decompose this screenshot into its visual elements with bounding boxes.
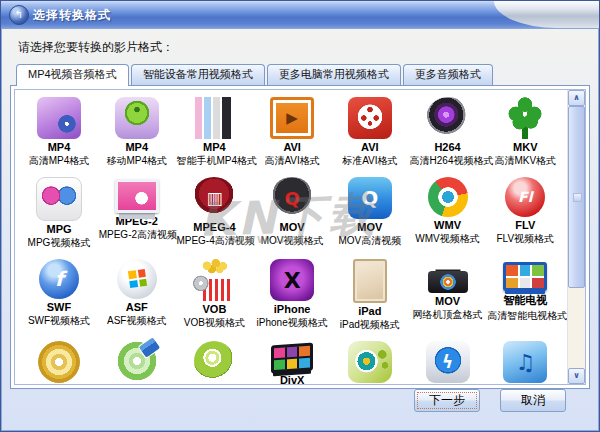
format-description: 高清智能电视格式 (487, 309, 563, 323)
tab-3[interactable]: 更多电脑常用视频格式 (267, 64, 401, 85)
format-description: VOB视频格式 (176, 316, 252, 330)
ipad-icon (353, 259, 387, 303)
format-item[interactable]: QMOVMOV高清视频 (332, 177, 408, 250)
format-name: MP4 (21, 141, 97, 153)
format-item[interactable]: ▥MPEG-4MPEG-4高清视频 (176, 177, 252, 250)
format-item[interactable]: XvidXvid视频格式 (332, 341, 408, 385)
format-item[interactable]: AVI标准AVI格式 (332, 97, 408, 168)
format-name: MPEG-2 (99, 215, 175, 227)
format-item[interactable]: FlFLVFLV视频格式 (487, 177, 563, 250)
std-avi-icon (348, 97, 392, 139)
scrollbar[interactable]: ∧ ∨ (567, 90, 585, 384)
scrollbar-grip (573, 193, 582, 202)
format-name: 智能电视 (487, 293, 563, 308)
settop-mov-icon (428, 271, 468, 293)
asf-icon (117, 259, 157, 299)
mobile-mp4-icon (115, 97, 159, 139)
tab-1[interactable]: MP4视频音频格式 (16, 64, 129, 86)
format-item[interactable]: ASFASF视频格式 (99, 259, 175, 332)
format-description: ASF视频格式 (99, 314, 175, 328)
format-name: MOV (254, 221, 330, 233)
app-icon: ↰ (9, 5, 29, 25)
instruction-text: 请选择您要转换的影片格式： (18, 39, 594, 56)
format-item[interactable]: ♫WAVWAV音频格式 (487, 341, 563, 385)
format-name: MPEG-4 (176, 221, 252, 233)
format-name: MKV (487, 141, 563, 153)
mpeg2-icon (115, 179, 159, 213)
format-description: iPhone视频格式 (254, 316, 330, 330)
dialog-buttons: 下一步 取消 (414, 389, 566, 412)
format-name: AVI (254, 141, 330, 153)
format-name: SVCD (99, 383, 175, 385)
hd-avi-icon: ▶ (270, 97, 314, 139)
format-description: FLV视频格式 (487, 232, 563, 246)
format-name: MOV (332, 221, 408, 233)
format-description: iPad视频格式 (332, 318, 408, 332)
mpeg4-icon: ▥ (192, 177, 236, 219)
tab-2[interactable]: 智能设备常用视频格式 (131, 64, 265, 85)
format-item[interactable]: QMOVMOV视频格式 (254, 177, 330, 250)
next-button[interactable]: 下一步 (414, 389, 480, 412)
format-item[interactable]: DVDDVD视频格式 (21, 341, 97, 385)
swf-icon: f (39, 259, 79, 299)
format-name: MPG (21, 223, 97, 235)
iphone-icon: X (270, 259, 314, 301)
format-name: VOB (176, 303, 252, 315)
scroll-up-icon[interactable]: ∧ (568, 90, 585, 106)
format-item[interactable]: WMVWMV视频格式 (410, 177, 486, 250)
format-description: MPEG-4高清视频 (176, 234, 252, 248)
format-grid: MP4高清MP4格式MP4移动MP4格式MP4智能手机MP4格式▶AVI高清AV… (15, 90, 567, 384)
svcd-icon (117, 341, 157, 381)
format-description: 标准AVI格式 (332, 154, 408, 168)
dvd-icon (38, 341, 80, 383)
format-item[interactable]: SVCDSVCD频格式 (99, 341, 175, 385)
format-item[interactable]: ϟMP3MP3音频格式 (410, 341, 486, 385)
format-name: VCD (176, 383, 252, 385)
format-item[interactable]: MOV网络机顶盒格式 (410, 259, 486, 332)
format-item[interactable]: MPEG-2MPEG-2高清视频 (99, 177, 175, 250)
mov-icon: Q (270, 177, 314, 219)
format-description: SWF视频格式 (21, 314, 97, 328)
wmv-icon (428, 177, 468, 217)
format-item[interactable]: H264高清H264视频格式 (410, 97, 486, 168)
format-description: 移动MP4格式 (99, 154, 175, 168)
format-item[interactable]: iPadiPad视频格式 (332, 259, 408, 332)
format-tabs: MP4视频音频格式智能设备常用视频格式更多电脑常用视频格式更多音频格式 (16, 64, 594, 85)
format-item[interactable]: fSWFSWF视频格式 (21, 259, 97, 332)
format-item[interactable]: 智能电视高清智能电视格式 (487, 259, 563, 332)
mp3-icon: ϟ (426, 341, 470, 383)
format-description: 高清AVI格式 (254, 154, 330, 168)
dialog-body: 请选择您要转换的影片格式： MP4视频音频格式智能设备常用视频格式更多电脑常用视… (6, 29, 594, 426)
format-description: WMV视频格式 (410, 232, 486, 246)
format-item[interactable]: DivXDivX视频格式 (254, 341, 330, 385)
format-item[interactable]: MKV高清MKV格式 (487, 97, 563, 168)
h264-icon (426, 97, 470, 139)
format-item[interactable]: MP4高清MP4格式 (21, 97, 97, 168)
format-name: iPad (332, 305, 408, 317)
format-description: MPG视频格式 (21, 236, 97, 250)
format-list: MP4高清MP4格式MP4移动MP4格式MP4智能手机MP4格式▶AVI高清AV… (14, 89, 586, 385)
format-description: 高清MP4格式 (21, 154, 97, 168)
cancel-button[interactable]: 取消 (500, 389, 566, 412)
format-name: iPhone (254, 303, 330, 315)
format-item[interactable]: ▶AVI高清AVI格式 (254, 97, 330, 168)
format-description: MPEG-2高清视频 (99, 228, 175, 242)
format-item[interactable]: VCDVCD频格式 (176, 341, 252, 385)
tab-4[interactable]: 更多音频格式 (403, 64, 493, 85)
xvid-icon (348, 341, 392, 383)
mpg-icon (36, 177, 82, 221)
format-name: H264 (410, 141, 486, 153)
scrollbar-thumb[interactable] (568, 106, 585, 288)
format-description: MOV高清视频 (332, 234, 408, 248)
format-name: SWF (21, 301, 97, 313)
format-item[interactable]: VOBVOB视频格式 (176, 259, 252, 332)
format-item[interactable]: XiPhoneiPhone视频格式 (254, 259, 330, 332)
format-item[interactable]: MP4移动MP4格式 (99, 97, 175, 168)
format-item[interactable]: MP4智能手机MP4格式 (176, 97, 252, 168)
window-title: 选择转换格式 (33, 7, 111, 24)
vcd-icon (194, 341, 234, 381)
scroll-down-icon[interactable]: ∨ (568, 368, 585, 384)
format-item[interactable]: MPGMPG视频格式 (21, 177, 97, 250)
mkv-icon (503, 97, 547, 139)
format-name: FLV (487, 219, 563, 231)
